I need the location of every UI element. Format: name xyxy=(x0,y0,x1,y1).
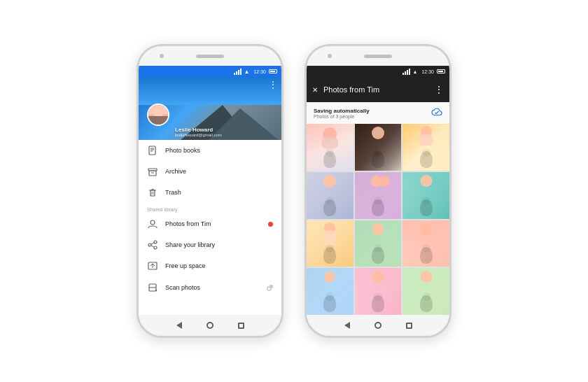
photo-cell-9[interactable] xyxy=(402,220,449,267)
battery-icon-2 xyxy=(437,69,445,73)
status-icons-2: ▲ 12:30 xyxy=(402,69,445,75)
close-button[interactable]: ✕ xyxy=(312,86,318,94)
phone-1-top xyxy=(139,46,281,66)
speaker-2 xyxy=(364,55,392,58)
menu-section: Photo books Archive xyxy=(139,140,281,315)
time-display-1: 12:30 xyxy=(253,69,266,74)
user-name: Leslie Howard xyxy=(175,127,222,133)
free-space-icon xyxy=(147,260,158,271)
back-nav-2[interactable] xyxy=(342,320,352,330)
saving-title: Saving automatically xyxy=(314,108,370,114)
recents-nav-2[interactable] xyxy=(404,320,414,330)
archive-icon xyxy=(147,166,158,177)
photo-cell-8[interactable] xyxy=(355,220,402,267)
home-nav-2[interactable] xyxy=(373,320,383,330)
status-icons-1: ▲ 12:30 xyxy=(234,69,277,75)
book-icon xyxy=(147,145,158,156)
svg-point-15 xyxy=(154,246,157,249)
svg-point-14 xyxy=(148,243,151,246)
menu-item-photo-books[interactable]: Photo books xyxy=(139,140,281,161)
status-bar-2: ▲ 12:30 xyxy=(307,66,449,77)
signal-icon xyxy=(234,69,241,75)
photo-cell-10[interactable] xyxy=(307,268,354,315)
photos-header: Leslie Howard lesliehoward@gmail.com ⋮ xyxy=(139,77,281,140)
photos-from-tim-title: Photos from Tim xyxy=(323,85,428,94)
front-camera-2 xyxy=(328,54,332,58)
svg-line-16 xyxy=(151,243,154,244)
photo-cell-3[interactable] xyxy=(402,124,449,171)
battery-icon-1 xyxy=(269,69,277,73)
photo-cell-7[interactable] xyxy=(307,220,354,267)
menu-label-scan-photos: Scan photos xyxy=(165,284,200,291)
person-icon xyxy=(147,218,158,229)
menu-item-free-up-space[interactable]: Free up space xyxy=(139,255,281,276)
photo-cell-4[interactable] xyxy=(307,172,354,219)
svg-rect-8 xyxy=(150,190,155,196)
phone-1-nav xyxy=(139,315,281,336)
trash-icon xyxy=(147,187,158,198)
photo-cell-2[interactable] xyxy=(355,124,402,171)
photo-cell-12[interactable] xyxy=(402,268,449,315)
svg-rect-0 xyxy=(149,146,155,155)
cloud-done-icon xyxy=(431,106,442,120)
speaker-1 xyxy=(196,55,224,58)
wifi-icon-2: ▲ xyxy=(413,69,418,74)
notification-dot xyxy=(268,222,273,227)
svg-line-17 xyxy=(151,246,154,247)
shared-library-section-title: Shared library xyxy=(139,203,281,213)
svg-point-12 xyxy=(150,220,155,225)
time-display-2: 12:30 xyxy=(421,69,434,74)
photo-cell-1[interactable] xyxy=(307,124,354,171)
recents-nav-1[interactable] xyxy=(236,320,246,330)
menu-item-photos-from-tim[interactable]: Photos from Tim xyxy=(139,213,281,234)
phone-2-screen: ▲ 12:30 ✕ Photos from Tim ⋮ Saving autom… xyxy=(307,66,449,315)
back-nav-1[interactable] xyxy=(174,320,184,330)
header-more-icon[interactable]: ⋮ xyxy=(269,80,277,90)
menu-item-share-library[interactable]: Share your library xyxy=(139,234,281,255)
photo-grid xyxy=(307,124,449,315)
sky-overlay xyxy=(139,77,281,105)
phone-1: ▲ 12:30 Leslie How xyxy=(136,44,284,338)
menu-label-free-space: Free up space xyxy=(165,262,206,269)
user-email: lesliehoward@gmail.com xyxy=(175,133,222,137)
menu-label-archive: Archive xyxy=(165,168,186,175)
saving-subtitle: Photos of 3 people xyxy=(314,114,370,119)
wifi-icon: ▲ xyxy=(244,69,250,75)
menu-item-trash[interactable]: Trash xyxy=(139,182,281,203)
photo-cell-5[interactable] xyxy=(355,172,402,219)
svg-point-13 xyxy=(154,241,157,243)
menu-label-share-library: Share your library xyxy=(165,241,215,248)
external-link-icon xyxy=(267,281,273,294)
photo-cell-6[interactable] xyxy=(402,172,449,219)
share-icon xyxy=(147,239,158,250)
phone-2-top xyxy=(307,46,449,66)
more-options-button[interactable]: ⋮ xyxy=(434,84,444,95)
avatar-face xyxy=(148,105,168,125)
menu-label-photo-books: Photo books xyxy=(165,147,200,154)
phone-2-nav xyxy=(307,315,449,336)
front-camera-1 xyxy=(160,54,164,58)
saving-bar: Saving automatically Photos of 3 people xyxy=(307,102,449,124)
menu-label-photos-from-tim: Photos from Tim xyxy=(165,220,211,227)
user-info: Leslie Howard lesliehoward@gmail.com xyxy=(175,127,222,137)
signal-icon-2 xyxy=(402,69,410,75)
phone-2: ▲ 12:30 ✕ Photos from Tim ⋮ Saving autom… xyxy=(304,44,451,338)
menu-label-trash: Trash xyxy=(165,189,181,196)
photo-cell-11[interactable] xyxy=(355,268,402,315)
scan-icon xyxy=(147,282,158,293)
status-bar-1: ▲ 12:30 xyxy=(139,66,281,77)
phone-1-screen: ▲ 12:30 Leslie How xyxy=(139,66,281,315)
photos-app-header: ✕ Photos from Tim ⋮ xyxy=(307,77,449,102)
avatar xyxy=(147,104,169,126)
home-nav-1[interactable] xyxy=(205,320,215,330)
saving-info: Saving automatically Photos of 3 people xyxy=(314,108,370,119)
menu-item-scan-photos[interactable]: Scan photos xyxy=(139,276,281,299)
menu-item-archive[interactable]: Archive xyxy=(139,161,281,182)
